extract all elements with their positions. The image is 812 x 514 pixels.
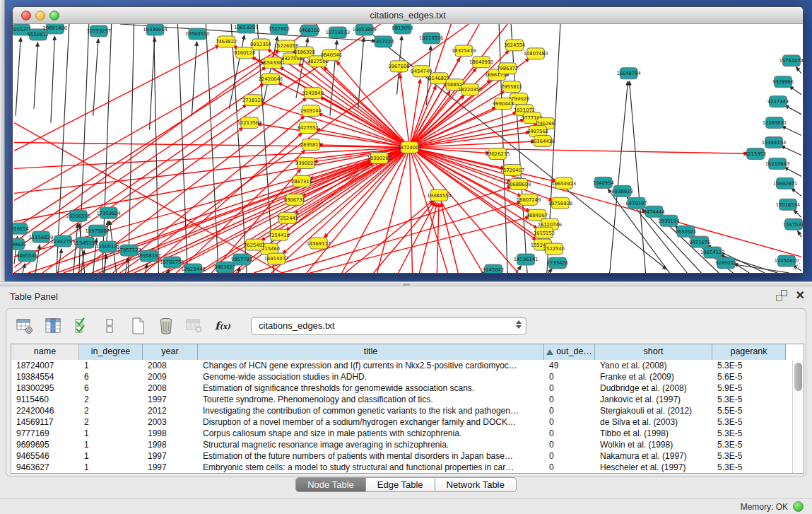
graph-node-yellow[interactable]: 18220357 xyxy=(458,84,482,95)
table-row[interactable]: 969969511998Structural magnetic resonanc… xyxy=(11,439,804,450)
table-cell[interactable]: 1997 xyxy=(143,394,198,405)
graph-node-teal[interactable]: 6479197 xyxy=(626,197,647,209)
table-cell[interactable]: 5.3E-5 xyxy=(712,394,786,405)
table-cell[interactable]: 0 xyxy=(544,371,595,382)
table-select-dropdown[interactable]: citations_edges.txt xyxy=(251,317,526,335)
table-cell[interactable]: 9465546 xyxy=(11,450,79,462)
column-header-title[interactable]: title xyxy=(198,344,544,360)
graph-node-teal[interactable]: 7357224 xyxy=(373,36,394,47)
graph-node-teal[interactable]: 1527602 xyxy=(269,24,290,35)
graph-node-yellow[interactable]: 7254410 xyxy=(269,229,290,240)
graph-node-teal[interactable]: 15692971 xyxy=(773,177,797,189)
table-cell[interactable]: Estimation of significance thresholds fo… xyxy=(198,382,544,394)
graph-node-teal[interactable]: 1733426 xyxy=(547,257,568,269)
table-row[interactable]: 1456911722003Disruption of a novel membe… xyxy=(11,416,804,428)
table-row[interactable]: 1830029562008Estimation of significance … xyxy=(11,382,804,394)
graph-node-teal[interactable]: 12444154 xyxy=(762,137,786,148)
table-cell[interactable]: 19384554 xyxy=(11,371,79,382)
resize-grip-icon[interactable] xyxy=(791,261,801,271)
graph-node-teal[interactable]: 10553257 xyxy=(87,25,111,37)
graph-node-yellow[interactable]: 2867314 xyxy=(291,175,312,187)
delete-rows-button[interactable] xyxy=(156,316,176,336)
graph-node-yellow[interactable]: 7463822 xyxy=(216,36,237,47)
table-row[interactable]: 946362711997Embryonic stem cells: a mode… xyxy=(11,462,804,473)
table-cell[interactable]: Jankovic et al. (1997) xyxy=(595,394,712,405)
graph-node-yellow[interactable]: 15720407 xyxy=(500,164,524,175)
graph-node-yellow[interactable]: 18807249 xyxy=(517,194,541,205)
graph-node-teal[interactable]: 11545194 xyxy=(73,237,98,248)
table-cell[interactable]: 1 xyxy=(79,439,143,450)
table-cell[interactable]: 9115460 xyxy=(11,394,79,405)
window-titlebar[interactable]: citations_edges.txt xyxy=(13,7,803,24)
graph-node-teal[interactable]: 9227343 xyxy=(767,96,789,107)
graph-node-yellow[interactable]: 7955812 xyxy=(501,81,522,93)
graph-node-teal[interactable]: 6466160 xyxy=(299,25,320,36)
table-row[interactable]: 946554611997Estimation of the future num… xyxy=(11,450,804,462)
graph-node-yellow[interactable]: 9160128 xyxy=(234,47,255,59)
table-cell[interactable]: Tourette syndrome. Phenomenology and cla… xyxy=(198,394,544,405)
table-cell[interactable]: 5.3E-5 xyxy=(712,450,786,462)
column-header-name[interactable]: name xyxy=(11,344,79,360)
table-cell[interactable]: Stergiakouli et al. (2012) xyxy=(595,405,712,416)
graph-node-teal[interactable]: 19958167 xyxy=(136,250,160,262)
graph-node-teal[interactable]: 16210643 xyxy=(765,158,789,169)
table-cell[interactable]: 18300295 xyxy=(11,382,79,394)
tab-node-table[interactable]: Node Table xyxy=(295,477,366,492)
graph-node-yellow[interactable]: 8912354 xyxy=(250,39,271,50)
column-header-year[interactable]: year xyxy=(143,344,198,360)
table-cell[interactable]: Franke et al. (2009) xyxy=(595,371,712,382)
graph-node-teal[interactable]: 17359924 xyxy=(96,207,120,218)
table-cell[interactable]: de Silva et al. (2003) xyxy=(595,416,712,428)
table-cell[interactable]: 2009 xyxy=(143,371,198,382)
graph-node-yellow[interactable]: 7252441 xyxy=(277,212,298,223)
graph-node-teal[interactable]: 20891406 xyxy=(43,24,67,34)
scrollbar-thumb[interactable] xyxy=(794,363,802,391)
column-header-pagerank[interactable]: pagerank xyxy=(712,344,786,360)
graph-node-teal[interactable]: 2935114 xyxy=(658,215,679,226)
table-cell[interactable]: 0 xyxy=(544,394,595,405)
table-cell[interactable]: Hescheler et al. (1997) xyxy=(595,462,712,473)
table-cell[interactable]: 1 xyxy=(79,450,143,462)
table-scrollbar[interactable] xyxy=(792,361,804,473)
table-cell[interactable]: Genome-wide association studies in ADHD. xyxy=(198,371,544,382)
table-cell[interactable]: 6 xyxy=(79,382,143,394)
table-cell[interactable]: 9699695 xyxy=(11,439,79,450)
table-cell[interactable]: 2 xyxy=(79,405,143,416)
graph-node-yellow[interactable]: 2967608 xyxy=(388,61,409,72)
column-header-out_de[interactable]: out_de… xyxy=(544,344,595,360)
table-cell[interactable]: Wolkin et al. (1998) xyxy=(595,439,712,450)
graph-node-teal[interactable]: 12923448 xyxy=(181,264,205,273)
graph-node-teal[interactable]: 1167533 xyxy=(783,218,803,230)
table-cell[interactable]: 2003 xyxy=(143,416,198,428)
graph-node-teal[interactable]: 9245052 xyxy=(715,257,736,269)
memory-status-icon[interactable] xyxy=(793,501,804,512)
table-cell[interactable]: Tibbo et al. (1998) xyxy=(595,428,712,439)
graph-node-yellow[interactable]: 7625402 xyxy=(244,239,265,250)
table-cell[interactable]: 0 xyxy=(544,405,595,416)
column-header-in_degree[interactable]: in_degree xyxy=(79,344,143,360)
table-cell[interactable]: 9777169 xyxy=(11,428,79,439)
table-cell[interactable]: 1997 xyxy=(143,462,198,473)
function-builder-button[interactable]: f(x) xyxy=(213,316,233,336)
graph-node-teal[interactable]: 9699695 xyxy=(13,238,26,250)
table-cell[interactable]: Nakamura et al. (1997) xyxy=(595,450,712,462)
graph-node-yellow[interactable]: 22420046 xyxy=(259,74,283,85)
table-cell[interactable]: 6 xyxy=(79,371,143,382)
network-graph[interactable]: 1872400774638229160128891235416543382152… xyxy=(13,24,803,273)
graph-node-yellow[interactable]: 10688609 xyxy=(507,178,531,189)
table-cell[interactable]: 5.9E-5 xyxy=(712,382,786,394)
table-cell[interactable]: Structural magnetic resonance image aver… xyxy=(198,439,544,450)
graph-node-teal[interactable]: 9245042 xyxy=(483,264,504,273)
graph-node-teal[interactable]: 10654122 xyxy=(700,247,724,258)
graph-node-teal[interactable]: 19339914 xyxy=(143,24,167,35)
graph-node-yellow[interactable]: 19384554 xyxy=(427,189,451,201)
table-row[interactable]: 977716911998Corpus callosum shape and si… xyxy=(11,428,804,439)
graph-node-yellow[interactable]: 16914477 xyxy=(264,253,288,264)
table-cell[interactable]: 5.3E-5 xyxy=(712,416,786,428)
table-cell[interactable]: 2012 xyxy=(143,405,198,416)
table-cell[interactable]: 0 xyxy=(544,462,595,473)
table-cell[interactable]: 1 xyxy=(79,360,143,371)
graph-node-teal[interactable]: 19975887 xyxy=(86,225,110,236)
graph-node-teal[interactable]: 3919154 xyxy=(13,223,29,234)
graph-node-yellow[interactable]: 20364436 xyxy=(531,136,555,147)
